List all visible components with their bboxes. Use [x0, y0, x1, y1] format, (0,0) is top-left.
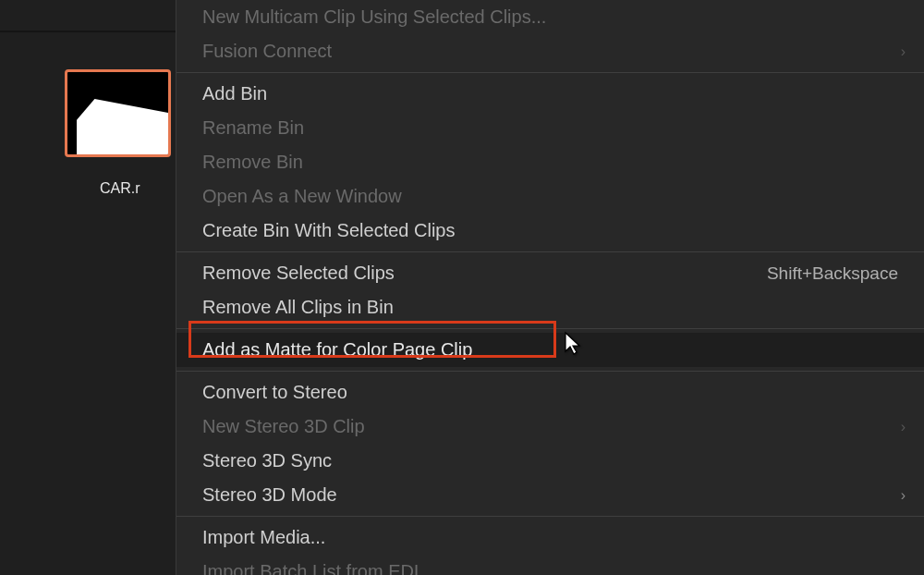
panel-divider [0, 31, 176, 32]
menu-stereo-3d-mode[interactable]: Stereo 3D Mode › [176, 478, 924, 512]
chevron-right-icon: › [901, 43, 906, 60]
menu-label: Create Bin With Selected Clips [202, 220, 455, 241]
menu-label: Add Bin [202, 83, 267, 104]
menu-label: Remove Bin [202, 152, 303, 173]
menu-label: Convert to Stereo [202, 382, 347, 403]
menu-label: Remove All Clips in Bin [202, 297, 394, 318]
clip-filename-label: CAR.r [100, 180, 140, 197]
menu-add-as-matte[interactable]: Add as Matte for Color Page Clip [176, 333, 924, 367]
menu-remove-all-clips[interactable]: Remove All Clips in Bin [176, 290, 924, 324]
menu-label: New Multicam Clip Using Selected Clips..… [202, 6, 546, 28]
menu-open-new-window: Open As a New Window [176, 179, 924, 214]
context-menu: New Multicam Clip Using Selected Clips..… [176, 0, 924, 575]
menu-label: Remove Selected Clips [202, 263, 395, 284]
menu-label: Fusion Connect [202, 41, 332, 62]
menu-label: New Stereo 3D Clip [202, 416, 365, 437]
menu-add-bin[interactable]: Add Bin [176, 77, 924, 111]
menu-new-stereo-3d: New Stereo 3D Clip › [176, 410, 924, 444]
chevron-right-icon: › [901, 487, 906, 504]
menu-label: Add as Matte for Color Page Clip [202, 339, 472, 361]
menu-fusion-connect: Fusion Connect › [176, 34, 924, 68]
menu-import-media[interactable]: Import Media... [176, 520, 924, 555]
menu-label: Import Batch List from EDL [202, 561, 424, 575]
menu-divider [176, 371, 924, 372]
menu-label: Open As a New Window [202, 186, 402, 207]
menu-shortcut: Shift+Backspace [767, 263, 898, 284]
menu-stereo-3d-sync[interactable]: Stereo 3D Sync [176, 444, 924, 478]
clip-matte-preview [77, 99, 171, 154]
menu-remove-selected-clips[interactable]: Remove Selected Clips Shift+Backspace [176, 256, 924, 290]
menu-divider [176, 516, 924, 517]
menu-import-batch-edl: Import Batch List from EDL [176, 555, 924, 575]
menu-divider [176, 251, 924, 252]
menu-convert-stereo[interactable]: Convert to Stereo [176, 375, 924, 410]
menu-label: Stereo 3D Mode [202, 484, 337, 506]
menu-new-multicam: New Multicam Clip Using Selected Clips..… [176, 0, 924, 34]
chevron-right-icon: › [901, 419, 906, 435]
menu-label: Rename Bin [202, 117, 304, 139]
menu-label: Stereo 3D Sync [202, 450, 332, 471]
clip-thumbnail[interactable] [65, 69, 171, 157]
menu-divider [176, 72, 924, 73]
menu-rename-bin: Rename Bin [176, 111, 924, 145]
menu-create-bin-selected[interactable]: Create Bin With Selected Clips [176, 214, 924, 248]
menu-divider [176, 328, 924, 329]
menu-remove-bin: Remove Bin [176, 145, 924, 179]
menu-label: Import Media... [202, 527, 325, 548]
